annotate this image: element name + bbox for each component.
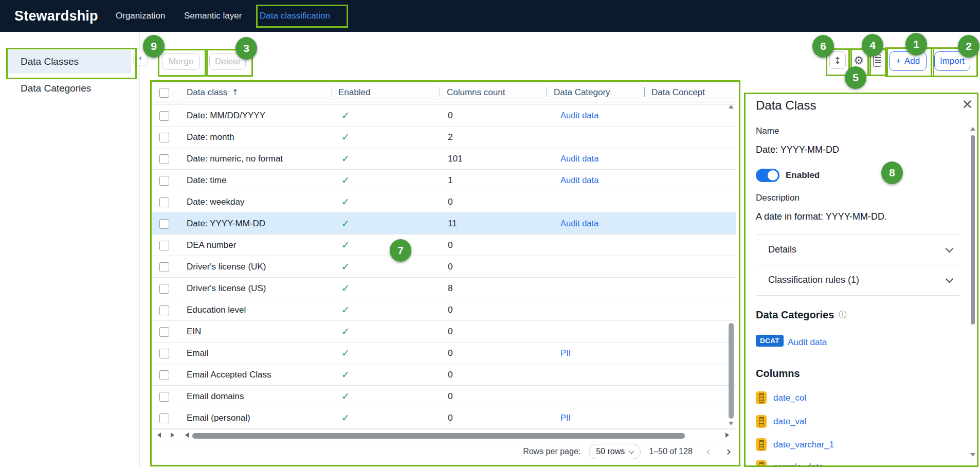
enabled-check-icon: ✓ (341, 386, 350, 407)
panel-column-item[interactable]: sample_date (756, 460, 823, 467)
table-pagination: Rows per page: 50 rows 1–50 of 128 ‹ › (437, 443, 731, 460)
sidebar-item-data-classes[interactable]: Data Classes (8, 50, 131, 74)
scroll-right-icon[interactable] (725, 433, 729, 438)
data-category-link[interactable]: PII (560, 343, 571, 364)
column-icon (756, 438, 767, 451)
row-checkbox[interactable] (159, 219, 169, 229)
annotation-badge-4: 4 (862, 34, 883, 57)
data-category-link[interactable]: Audit data (560, 170, 598, 191)
frozen-scroll-right-icon[interactable] (171, 433, 174, 438)
select-all-checkbox[interactable] (159, 88, 169, 98)
data-category-link[interactable]: Audit data (560, 213, 598, 234)
panel-vertical-scrollbar[interactable] (971, 135, 975, 325)
close-icon[interactable]: × (961, 96, 973, 112)
row-checkbox[interactable] (159, 262, 169, 272)
merge-button[interactable]: Merge (162, 53, 200, 70)
nav-item-organization[interactable]: Organization (116, 0, 165, 32)
table-row[interactable]: Email ✓ 0 PII (152, 343, 736, 364)
data-categories-label: Data Categories (756, 309, 834, 321)
nav-item-semantic-layer[interactable]: Semantic layer (184, 0, 242, 32)
row-checkbox[interactable] (159, 370, 169, 380)
column-link[interactable]: date_varchar_1 (773, 440, 834, 450)
data-category-link[interactable]: PII (560, 407, 571, 428)
next-page-button[interactable]: › (726, 446, 731, 457)
table-row[interactable]: Education level ✓ 0 (152, 299, 736, 321)
info-icon[interactable]: ⓘ (839, 310, 847, 320)
table-horizontal-scrollbar[interactable] (152, 429, 736, 442)
table-row[interactable]: Date: weekday ✓ 0 (152, 191, 736, 213)
column-header-data-concept[interactable]: Data Concept (651, 85, 705, 100)
column-header-enabled[interactable]: Enabled (338, 85, 370, 100)
row-checkbox[interactable] (159, 305, 169, 315)
row-checkbox[interactable] (159, 176, 169, 186)
row-checkbox[interactable] (159, 413, 169, 423)
previous-page-button[interactable]: ‹ (706, 446, 711, 457)
table-row[interactable]: Date: time ✓ 1 Audit data (152, 170, 736, 191)
rows-per-page-value: 50 rows (596, 447, 625, 456)
data-class-name: Date: MM/DD/YYYY (187, 105, 265, 126)
row-checkbox[interactable] (159, 392, 169, 402)
table-row[interactable]: DEA number ✓ 0 (152, 235, 736, 256)
table-row-selected[interactable]: Date: YYYY-MM-DD ✓ 11 Audit data (152, 213, 736, 235)
scroll-left-icon[interactable] (185, 433, 189, 438)
row-checkbox[interactable] (159, 284, 169, 294)
row-checkbox[interactable] (159, 327, 169, 337)
column-header-data-category[interactable]: Data Category (554, 85, 610, 100)
nav-item-data-classification[interactable]: Data classification (260, 0, 330, 32)
accordion-classification-rules[interactable]: Classification rules (1) (756, 265, 959, 296)
table-vertical-scrollbar[interactable] (729, 323, 734, 419)
rows-per-page-label: Rows per page: (523, 447, 580, 456)
panel-scroll-down-icon[interactable] (970, 453, 975, 457)
accordion-details[interactable]: Details (756, 235, 959, 265)
panel-scroll-up-icon[interactable] (970, 127, 975, 131)
table-row[interactable]: Date: month ✓ 2 (152, 127, 736, 148)
chevron-down-icon (946, 245, 954, 253)
table-row[interactable]: Date: MM/DD/YYYY ✓ 0 Audit data (152, 105, 736, 127)
row-checkbox[interactable] (159, 197, 169, 207)
panel-column-item[interactable]: date_col (756, 391, 806, 404)
column-link[interactable]: date_val (773, 417, 806, 427)
enabled-check-icon: ✓ (341, 191, 350, 212)
enabled-toggle[interactable] (756, 169, 779, 182)
panel-column-item[interactable]: date_val (756, 415, 806, 428)
frozen-scroll-left-icon[interactable] (157, 433, 161, 438)
sidebar-item-data-categories[interactable]: Data Categories (21, 82, 91, 95)
row-checkbox[interactable] (159, 154, 169, 164)
rows-per-page-select[interactable]: 50 rows (589, 444, 641, 459)
table-row[interactable]: EIN ✓ 0 (152, 321, 736, 343)
enabled-check-icon: ✓ (341, 148, 350, 169)
column-link[interactable]: date_col (773, 393, 806, 403)
app-title: Stewardship (14, 0, 98, 32)
row-checkbox[interactable] (159, 111, 169, 121)
table-body: Date: MM/DD/YYYY ✓ 0 Audit data Date: mo… (152, 102, 736, 429)
data-category-link[interactable]: Audit data (560, 148, 598, 169)
row-height-button[interactable]: ↕ (829, 51, 846, 69)
table-row[interactable]: Driver's license (US) ✓ 8 (152, 278, 736, 299)
columns-count-value: 0 (448, 191, 452, 212)
toggle-knob (768, 170, 778, 181)
table-scroll-down-icon[interactable] (729, 422, 734, 425)
top-navigation-bar: Stewardship Organization Semantic layer … (0, 0, 980, 32)
column-header-data-class[interactable]: Data class ↑ (187, 85, 239, 100)
table-row[interactable]: Date: numeric, no format ✓ 101 Audit dat… (152, 148, 736, 170)
panel-category-link[interactable]: Audit data (788, 337, 827, 348)
panel-column-item[interactable]: date_varchar_1 (756, 438, 834, 451)
app-root: Stewardship Organization Semantic layer … (0, 0, 980, 468)
row-checkbox[interactable] (159, 241, 169, 250)
columns-count-value: 0 (448, 321, 452, 342)
table-row[interactable]: Driver's license (UK) ✓ 0 (152, 256, 736, 278)
row-checkbox[interactable] (159, 133, 169, 142)
column-link[interactable]: sample_date (773, 462, 823, 467)
column-header-columns-count[interactable]: Columns count (447, 85, 505, 100)
annotation-badge-8: 8 (881, 161, 903, 184)
row-checkbox[interactable] (159, 349, 169, 358)
data-category-link[interactable]: Audit data (560, 105, 598, 126)
enabled-check-icon: ✓ (341, 407, 350, 428)
table-scroll-up-icon[interactable] (729, 105, 734, 109)
columns-count-value: 0 (448, 343, 452, 364)
table-row[interactable]: Email Accepted Class ✓ 0 (152, 364, 736, 386)
horizontal-scroll-thumb[interactable] (192, 433, 685, 439)
data-class-name: Date: numeric, no format (187, 148, 283, 169)
table-row[interactable]: Email (personal) ✓ 0 PII (152, 407, 736, 429)
table-row[interactable]: Email domains ✓ 0 (152, 386, 736, 407)
